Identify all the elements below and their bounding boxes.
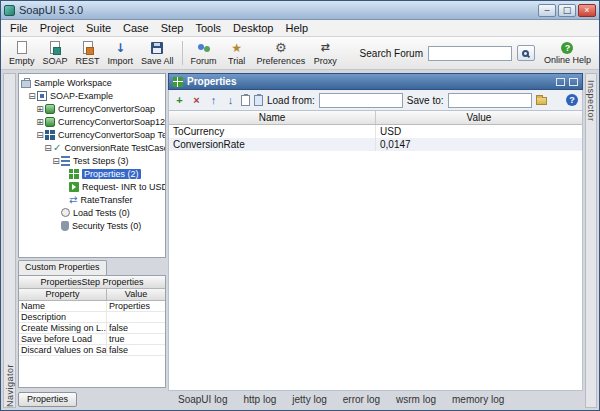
search-forum-input[interactable] [428,46,512,61]
minimize-icon[interactable]: – [538,4,556,17]
save-to-label: Save to: [407,95,444,106]
tab-error-log[interactable]: error log [343,394,380,405]
transfer-icon: ⇄ [69,195,77,205]
expand-icon[interactable]: ⊞ [35,117,45,127]
proxy-button[interactable]: ⇄ Proxy [309,40,341,67]
collapse-icon[interactable]: ⊟ [27,91,37,101]
save-all-button[interactable]: Save All [137,40,178,67]
tab-jetty-log[interactable]: jetty log [292,394,326,405]
properties-table: Name Value ToCurrency USD ConversionRate… [168,111,583,391]
tree-item-request-inr-to-usd[interactable]: Request- INR to USD [19,180,165,193]
load-from-label: Load from: [267,95,315,106]
menu-help[interactable]: Help [279,21,314,35]
testcase-icon: ✓ [53,143,61,153]
collapse-icon[interactable]: ⊟ [51,156,61,166]
load-tests-icon [61,208,70,217]
tree-item-currencyconvertorsoap12[interactable]: ⊞ CurrencyConvertorSoap12 [19,115,165,128]
table-row[interactable]: Discard Values on Sa... false [19,345,165,356]
close-icon[interactable]: × [578,4,596,17]
app-icon [4,5,15,16]
tree-item-load-tests[interactable]: Load Tests (0) [19,206,165,219]
forum-icon [197,42,211,54]
teststeps-icon [61,156,70,166]
maximize-icon[interactable]: □ [558,4,576,17]
properties-toolbar: + × ↑ ↓ Load from: Save to: ? [168,90,583,111]
tree-item-security-tests[interactable]: Security Tests (0) [19,219,165,232]
properties-step-icon [173,77,183,87]
tab-wsrm-log[interactable]: wsrm log [396,394,436,405]
expand-icon[interactable]: ⊞ [35,104,45,114]
inspector-strip[interactable]: Inspector [585,73,597,408]
panel-title: Properties [187,76,552,87]
tree-item-ratetransfer[interactable]: ⇄ RateTransfer [19,193,165,206]
table-row[interactable]: ToCurrency USD [169,125,582,138]
magnifier-icon [522,50,529,57]
table-row[interactable]: Save before Load true [19,334,165,345]
load-from-input[interactable] [319,93,403,108]
properties-panel-header[interactable]: Properties [168,73,583,90]
empty-project-button[interactable]: Empty [5,40,39,67]
gear-icon: ⚙ [275,40,287,55]
add-property-button[interactable]: + [173,93,186,107]
collapse-icon[interactable]: ⊟ [43,143,53,153]
tree-item-currencyconvertorsoap[interactable]: ⊞ CurrencyConvertorSoap [19,102,165,115]
search-forum-button[interactable] [517,45,535,61]
collapse-icon[interactable]: ⊟ [35,130,45,140]
tree-item-soap-example[interactable]: ⊟ SOAP-Example [19,89,165,102]
navigator-strip-label: Navigator [5,80,15,407]
menu-suite[interactable]: Suite [80,21,117,35]
table-row[interactable]: Description [19,312,165,323]
browse-folder-icon[interactable] [536,97,547,105]
tab-http-log[interactable]: http log [243,394,276,405]
properties-table-header: Name Value [169,111,582,125]
navigator-strip[interactable]: Navigator [3,73,16,408]
custom-properties-title: PropertiesStep Properties [19,276,165,289]
properties-step-icon [69,169,79,179]
online-help-button[interactable]: ? Online Help [540,41,595,66]
tree-item-testsuite[interactable]: ⊟ CurrencyConvertorSoap TestSuite [19,128,165,141]
rest-project-button[interactable]: REST [72,40,104,67]
properties-step-panel: Properties + × ↑ ↓ Load from: Save to: ? [168,73,583,408]
trial-button[interactable]: ★ Trial [221,40,253,67]
save-to-input[interactable] [448,93,532,108]
window-title: SoapUI 5.3.0 [19,4,534,16]
tree-item-properties-step[interactable]: Properties (2) [19,167,165,180]
tab-memory-log[interactable]: memory log [452,394,504,405]
menu-step[interactable]: Step [155,21,190,35]
menu-file[interactable]: File [4,21,34,35]
copy-properties-icon[interactable] [241,95,250,106]
menu-project[interactable]: Project [34,21,80,35]
table-row[interactable]: ConversionRate 0,0147 [169,138,582,151]
soapui-window: SoapUI 5.3.0 – □ × File Project Suite Ca… [0,0,600,411]
move-up-button[interactable]: ↑ [207,93,220,107]
import-button[interactable]: ↓ Import [104,40,138,67]
custom-properties-header: Property Value [19,289,165,301]
tree-item-test-steps[interactable]: ⊟ Test Steps (3) [19,154,165,167]
move-down-button[interactable]: ↓ [224,93,237,107]
remove-property-button[interactable]: × [190,93,203,107]
paste-properties-icon[interactable] [254,95,263,106]
main-toolbar: Empty SOAP REST ↓ Import Save All Forum … [1,37,599,70]
tree-item-sample-workspace[interactable]: Sample Workspace [19,76,165,89]
menubar: File Project Suite Case Step Tools Deskt… [1,20,599,37]
maximize-panel-icon[interactable] [569,78,578,86]
preferences-button[interactable]: ⚙ Preferences [253,40,310,67]
table-row[interactable]: Name Properties [19,301,165,312]
table-row[interactable]: Create Missing on L... false [19,323,165,334]
tree-item-testcase[interactable]: ⊟ ✓ ConversionRate TestCase [19,141,165,154]
properties-toggle-button[interactable]: Properties [18,392,77,407]
tab-soapui-log[interactable]: SoapUI log [178,394,227,405]
menu-desktop[interactable]: Desktop [227,21,279,35]
security-tests-icon [61,221,69,231]
rest-project-icon [83,41,93,54]
request-icon [69,182,79,192]
float-panel-icon[interactable] [556,78,565,86]
tab-custom-properties[interactable]: Custom Properties [18,260,107,275]
help-icon[interactable]: ? [566,94,578,106]
forum-button[interactable]: Forum [187,40,221,67]
project-tree: Sample Workspace ⊟ SOAP-Example ⊞ Curren… [18,73,166,258]
soap-project-button[interactable]: SOAP [39,40,72,67]
menu-case[interactable]: Case [117,21,155,35]
menu-tools[interactable]: Tools [189,21,227,35]
titlebar[interactable]: SoapUI 5.3.0 – □ × [1,1,599,20]
